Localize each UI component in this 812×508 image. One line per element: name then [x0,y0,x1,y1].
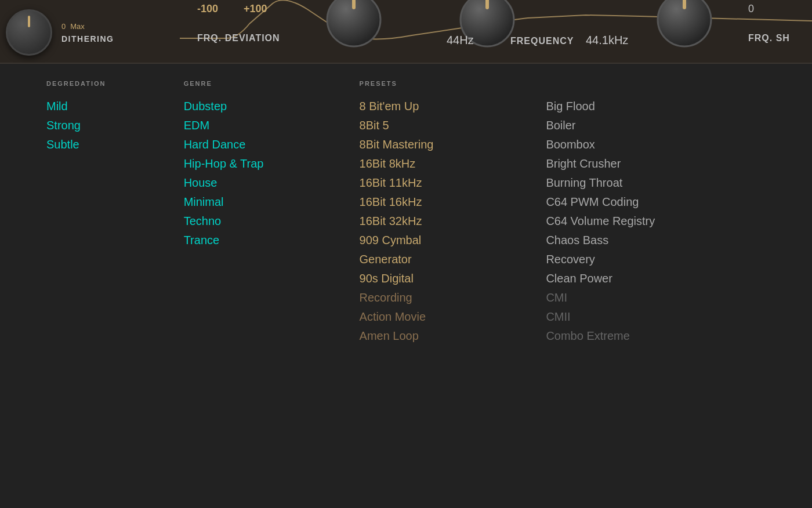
preset-item-combo-extreme[interactable]: Combo Extreme [546,329,766,343]
preset-item-chaos-bass[interactable]: Chaos Bass [546,234,766,247]
genre-item-house[interactable]: House [184,176,360,190]
presets-column-1: PRESETS 8 Bit'em Up8Bit 58Bit Mastering1… [360,80,546,492]
genre-list: DubstepEDMHard DanceHip-Hop & TrapHouseM… [184,100,360,253]
degradation-list: MildStrongSubtle [46,100,184,157]
preset-item-boiler[interactable]: Boiler [546,119,766,132]
preset-item-8bitem-up[interactable]: 8 Bit'em Up [360,100,546,113]
preset-item-8bit-mastering[interactable]: 8Bit Mastering [360,138,546,151]
preset-item-90s-digital[interactable]: 90s Digital [360,272,546,285]
preset-item-16bit-8khz[interactable]: 16Bit 8kHz [360,157,546,170]
preset-item-bright-crusher[interactable]: Bright Crusher [546,157,766,170]
genre-item-techno[interactable]: Techno [184,215,360,228]
svg-text:FREQUENCY: FREQUENCY [510,36,574,46]
genre-item-hip-hop-trap[interactable]: Hip-Hop & Trap [184,157,360,170]
svg-rect-4 [352,0,356,9]
svg-text:-100: -100 [197,3,218,14]
degradation-item-subtle[interactable]: Subtle [46,138,184,151]
genre-header: GENRE [184,80,360,87]
genre-item-dubstep[interactable]: Dubstep [184,100,360,113]
svg-text:44Hz: 44Hz [447,34,474,46]
svg-text:0: 0 [748,3,754,14]
degradation-column: DEGREDATION MildStrongSubtle [46,80,184,492]
svg-text:FRQ. DEVIATION: FRQ. DEVIATION [197,33,280,43]
genre-column: GENRE DubstepEDMHard DanceHip-Hop & Trap… [184,80,360,492]
preset-item-boombox[interactable]: Boombox [546,138,766,151]
genre-item-minimal[interactable]: Minimal [184,195,360,209]
dithering-min: 0 [61,22,66,31]
dithering-section: 0 Max DITHERING [0,9,180,56]
header-bar: 0 Max DITHERING -100 +100 FRQ. DEVIATION [0,0,812,64]
preset-item-action-movie[interactable]: Action Movie [360,310,546,324]
svg-rect-6 [485,0,489,9]
preset-item-16bit-32khz[interactable]: 16Bit 32kHz [360,215,546,228]
preset-item-recording[interactable]: Recording [360,291,546,304]
degradation-item-strong[interactable]: Strong [46,119,184,132]
genre-item-hard-dance[interactable]: Hard Dance [184,138,360,151]
preset-item-clean-power[interactable]: Clean Power [546,272,766,285]
preset-item-cmii[interactable]: CMII [546,310,766,324]
preset-item-c64-pwm-coding[interactable]: C64 PWM Coding [546,195,766,209]
degradation-header: DEGREDATION [46,80,184,87]
preset-item-amen-loop[interactable]: Amen Loop [360,329,546,343]
dithering-range: 0 Max [61,22,114,31]
preset-item-big-flood[interactable]: Big Flood [546,100,766,113]
preset-item-recovery[interactable]: Recovery [546,253,766,266]
preset-item-16bit-16khz[interactable]: 16Bit 16kHz [360,195,546,209]
degradation-item-mild[interactable]: Mild [46,100,184,113]
preset-item-burning-throat[interactable]: Burning Throat [546,176,766,190]
frequency-curve: -100 +100 FRQ. DEVIATION 44Hz FREQUENCY … [180,0,812,56]
svg-text:44.1kHz: 44.1kHz [586,34,628,46]
svg-rect-13 [683,0,686,9]
presets-column-2: PRESETS Big FloodBoilerBoomboxBright Cru… [546,80,766,492]
dithering-knob[interactable] [6,9,52,56]
main-content: DEGREDATION MildStrongSubtle GENRE Dubst… [0,64,812,508]
preset-item-generator[interactable]: Generator [360,253,546,266]
dithering-label: DITHERING [61,34,114,43]
preset-item-cmi[interactable]: CMI [546,291,766,304]
preset-item-8bit-5[interactable]: 8Bit 5 [360,119,546,132]
genre-item-edm[interactable]: EDM [184,119,360,132]
presets1-list: 8 Bit'em Up8Bit 58Bit Mastering16Bit 8kH… [360,100,546,349]
genre-item-trance[interactable]: Trance [184,234,360,247]
presets-header-1: PRESETS [360,80,546,87]
preset-item-909-cymbal[interactable]: 909 Cymbal [360,234,546,247]
preset-item-16bit-11khz[interactable]: 16Bit 11kHz [360,176,546,190]
svg-text:FRQ. SH: FRQ. SH [748,33,790,43]
preset-item-c64-volume-registry[interactable]: C64 Volume Registry [546,215,766,228]
dithering-max: Max [70,22,85,31]
svg-text:+100: +100 [244,3,267,14]
presets2-list: Big FloodBoilerBoomboxBright CrusherBurn… [546,100,766,349]
